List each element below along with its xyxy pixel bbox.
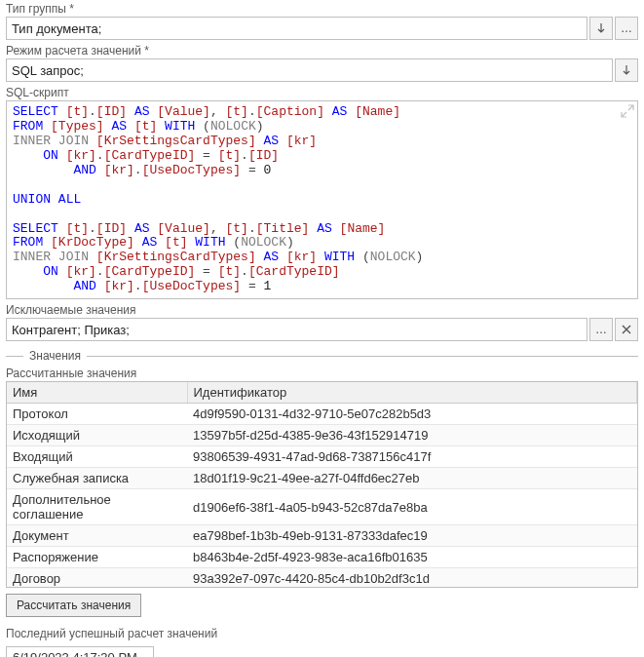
table-row[interactable]: Протокол4d9f9590-0131-4d32-9710-5e07c282… <box>7 404 637 425</box>
sql-expand-button[interactable] <box>620 103 635 119</box>
table-row[interactable]: Исходящий13597b5f-d25d-4385-9e36-43f1529… <box>7 425 637 446</box>
cell-name: Распоряжение <box>7 547 187 568</box>
cell-id: 4d9f9590-0131-4d32-9710-5e07c282b5d3 <box>187 404 637 425</box>
values-section-header: Значения <box>6 349 638 363</box>
cell-id: ea798bef-1b3b-49eb-9131-87333dafec19 <box>187 525 637 547</box>
ellipsis-icon: … <box>621 21 632 35</box>
table-row[interactable]: Дополнительное соглашениеd1906ef6-38f1-4… <box>7 489 637 525</box>
cell-id: b8463b4e-2d5f-4923-983e-aca16fb01635 <box>187 547 637 568</box>
values-table: Имя Идентификатор Протокол4d9f9590-0131-… <box>6 381 638 588</box>
group-type-input[interactable] <box>6 17 587 40</box>
table-row[interactable]: Распоряжениеb8463b4e-2d5f-4923-983e-aca1… <box>7 547 637 568</box>
values-section-title: Значения <box>29 349 81 363</box>
table-row[interactable]: Служебная записка18d01f19-9c21-49ee-a27f… <box>7 468 637 489</box>
table-row[interactable]: Договор93a392e7-097c-4420-85c4-db10b2df3… <box>7 568 637 588</box>
cell-name: Дополнительное соглашение <box>7 489 187 525</box>
cell-name: Протокол <box>7 404 187 425</box>
excluded-browse-button[interactable]: … <box>589 318 613 341</box>
cell-id: 93806539-4931-47ad-9d68-7387156c417f <box>187 446 637 468</box>
table-row[interactable]: Документea798bef-1b3b-49eb-9131-87333daf… <box>7 525 637 547</box>
group-type-dropdown-button[interactable] <box>589 17 613 40</box>
expand-icon <box>620 103 635 119</box>
cell-id: d1906ef6-38f1-4a05-b943-52c87da7e8ba <box>187 489 637 525</box>
cell-id: 18d01f19-9c21-49ee-a27f-04ffd6ec27eb <box>187 468 637 489</box>
table-row[interactable]: Входящий93806539-4931-47ad-9d68-7387156c… <box>7 446 637 468</box>
sql-script-label: SQL-скрипт <box>6 86 638 99</box>
calc-mode-input[interactable] <box>6 58 613 82</box>
arrow-down-icon <box>595 22 607 34</box>
excluded-label: Исключаемые значения <box>6 303 638 317</box>
cell-id: 93a392e7-097c-4420-85c4-db10b2df3c1d <box>187 568 637 588</box>
cell-name: Документ <box>7 525 187 547</box>
group-type-browse-button[interactable]: … <box>615 17 638 40</box>
calc-mode-dropdown-button[interactable] <box>615 58 638 82</box>
last-calc-label: Последний успешный расчет значений <box>6 627 638 640</box>
arrow-down-icon <box>621 64 632 76</box>
calc-mode-label: Режим расчета значений * <box>6 44 638 58</box>
sql-script-editor[interactable]: SELECT [t].[ID] AS [Value], [t].[Caption… <box>6 100 638 299</box>
ellipsis-icon: … <box>595 323 607 336</box>
calculated-values-label: Рассчитанные значения <box>2 367 642 380</box>
excluded-clear-button[interactable] <box>615 318 638 341</box>
excluded-input[interactable] <box>6 318 587 341</box>
last-calc-value: 6/19/2023 4:17:30 PM <box>6 646 154 657</box>
cell-name: Исходящий <box>7 425 187 446</box>
values-table-scroll[interactable]: Имя Идентификатор Протокол4d9f9590-0131-… <box>7 382 637 587</box>
group-type-label: Тип группы * <box>6 2 638 16</box>
calculate-button[interactable]: Рассчитать значения <box>6 594 141 617</box>
cell-id: 13597b5f-d25d-4385-9e36-43f152914719 <box>187 425 637 446</box>
cell-name: Служебная записка <box>7 468 187 489</box>
cell-name: Входящий <box>7 446 187 468</box>
column-header-name[interactable]: Имя <box>7 382 187 404</box>
column-header-id[interactable]: Идентификатор <box>187 382 637 404</box>
close-icon <box>621 324 632 335</box>
cell-name: Договор <box>7 568 187 588</box>
